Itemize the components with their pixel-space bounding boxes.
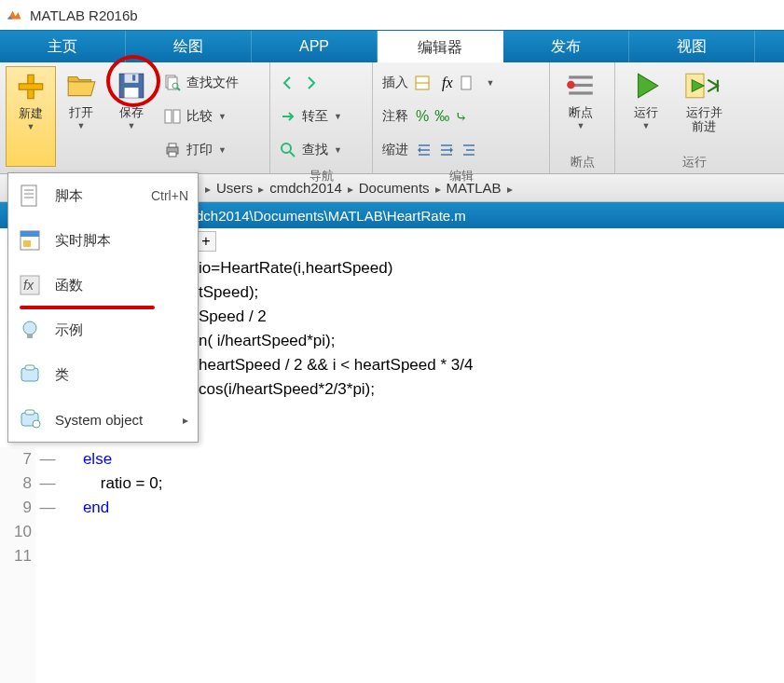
folder-open-icon [65,70,97,102]
livescript-icon [18,228,42,253]
svg-point-23 [567,81,575,89]
menu-item-script[interactable]: 脚本 Ctrl+N [8,173,198,218]
svg-text:fx: fx [23,278,34,293]
code-editor-lower[interactable]: 7891011 ——— else ratio = 0; end [0,447,784,683]
comment-button[interactable]: 注释 % ‰ ⤷ [378,100,543,133]
svg-rect-25 [21,185,36,206]
svg-rect-30 [21,231,39,237]
menu-item-example[interactable]: 示例 [8,307,198,352]
svg-rect-20 [569,75,593,78]
bp-group-label: 断点 [556,153,609,171]
insert-section-icon [414,75,431,91]
menu-item-function[interactable]: fx 函数 [8,263,198,307]
svg-point-40 [33,420,40,428]
new-tab-button[interactable]: + [196,231,216,252]
code-content[interactable]: else ratio = 0; end [60,447,784,683]
dropdown-arrow-icon: ▼ [27,122,35,131]
arrow-right-icon [302,75,319,91]
goto-button[interactable]: 转至 ▼ [276,100,366,133]
svg-rect-1 [19,84,43,89]
new-button[interactable]: 新建 ▼ [6,66,56,167]
menu-item-livescript[interactable]: 实时脚本 [8,218,198,263]
title-bar: MATLAB R2016b [0,0,784,30]
svg-line-9 [177,88,180,90]
floppy-save-icon [116,70,147,102]
insert-button[interactable]: 插入 fx ▼ [378,66,543,100]
percent-wrap-icon: ⤷ [455,108,467,126]
svg-rect-39 [25,410,34,415]
run-group-label: 运行 [621,153,768,171]
indent-left-icon [438,142,455,158]
file-path-text: dch2014\Documents\MATLAB\HeartRate.m [196,208,466,224]
fold-gutter: ——— [35,447,60,683]
new-plus-icon [15,71,47,102]
tab-publish[interactable]: 发布 [503,31,629,62]
chevron-right-icon [183,411,188,428]
svg-rect-22 [569,91,593,94]
compare-icon [164,108,181,125]
toolstrip: 新建 ▼ 打开 ▼ 保存 ▼ [0,62,784,174]
nav-back-fwd[interactable] [276,66,366,100]
find-files-button[interactable]: 查找文件 [160,66,242,100]
percent-strike-icon: ‰ [434,108,449,125]
percent-icon: % [416,108,429,125]
run-button[interactable]: 运行 ▼ [621,66,671,153]
svg-rect-11 [173,110,180,123]
lightbulb-icon [18,318,42,342]
svg-rect-10 [165,110,172,123]
dropdown-arrow-icon: ▼ [577,121,585,130]
svg-rect-5 [132,75,135,80]
save-button[interactable]: 保存 ▼ [106,66,157,167]
play-icon [630,70,662,102]
new-dropdown-menu: 脚本 Ctrl+N 实时脚本 fx 函数 示例 类 System object [7,172,199,443]
tab-home[interactable]: 主页 [0,31,126,62]
svg-rect-13 [169,143,176,147]
svg-line-16 [290,152,295,157]
matlab-logo-icon [6,7,22,23]
tab-editor[interactable]: 编辑器 [378,31,503,62]
class-icon [18,362,42,387]
fx-icon: fx [442,75,453,91]
print-button[interactable]: 打印 ▼ [160,133,242,167]
goto-icon [280,108,296,125]
svg-point-15 [282,143,291,153]
main-tabstrip: 主页 绘图 APP 编辑器 发布 视图 [0,30,784,62]
edit-group-label: 编辑 [378,167,543,185]
tab-plots[interactable]: 绘图 [126,31,252,62]
dropdown-arrow-icon: ▼ [642,121,651,130]
play-advance-icon [683,70,724,102]
arrow-left-icon [280,75,296,91]
svg-rect-37 [25,365,34,370]
svg-point-34 [23,321,36,335]
tab-view[interactable]: 视图 [629,31,755,62]
indent-button[interactable]: 缩进 [378,133,543,167]
dropdown-arrow-icon: ▼ [218,112,227,121]
indent-auto-icon [461,142,477,158]
find-files-icon [164,75,181,91]
breadcrumb-seg[interactable]: Users [211,180,258,196]
nav-group-label: 导航 [276,167,366,185]
dropdown-arrow-icon: ▼ [487,78,495,88]
print-icon [164,142,181,158]
menu-item-class[interactable]: 类 [8,352,198,397]
compare-button[interactable]: 比较 ▼ [160,100,242,133]
svg-rect-4 [125,88,139,98]
dropdown-arrow-icon: ▼ [77,121,86,130]
script-icon [18,184,42,208]
dropdown-arrow-icon: ▼ [218,145,227,155]
menu-item-systemobject[interactable]: System object [8,397,198,442]
open-button[interactable]: 打开 ▼ [56,66,106,167]
svg-rect-14 [169,152,176,157]
function-fx-icon: fx [18,273,42,297]
svg-rect-35 [27,335,33,338]
svg-rect-19 [461,76,471,89]
breakpoints-button[interactable]: 断点 ▼ [556,66,606,153]
insert-file-icon [459,75,475,91]
svg-rect-3 [125,74,139,83]
find-button[interactable]: 查找 ▼ [276,133,366,167]
tab-apps[interactable]: APP [252,31,378,62]
search-icon [280,142,296,158]
run-advance-button[interactable]: 运行并 前进 [671,66,736,153]
breakpoint-icon [565,70,597,102]
dropdown-arrow-icon: ▼ [128,121,136,130]
